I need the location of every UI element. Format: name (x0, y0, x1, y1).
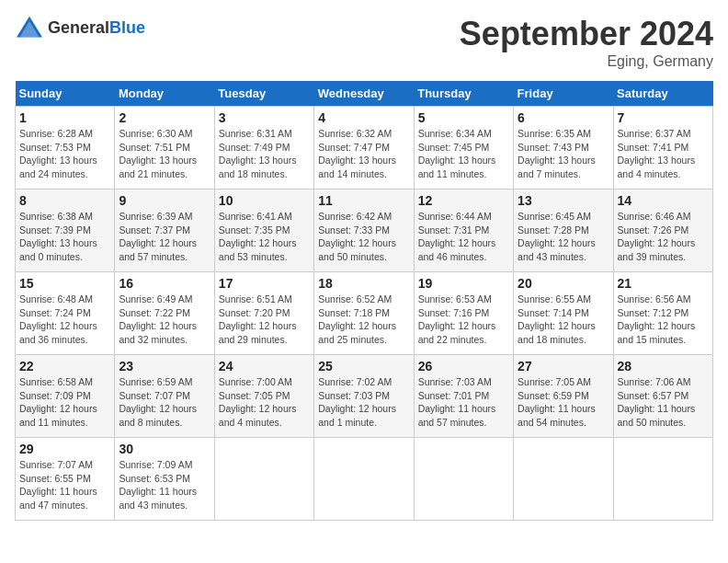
week-row-1: 1Sunrise: 6:28 AM Sunset: 7:53 PM Daylig… (16, 107, 713, 190)
day-number: 2 (119, 110, 210, 125)
empty-cell (314, 438, 414, 521)
day-number: 30 (119, 442, 210, 456)
day-number: 6 (518, 110, 609, 125)
day-cell-4: 4Sunrise: 6:32 AM Sunset: 7:47 PM Daylig… (314, 107, 414, 190)
day-cell-3: 3Sunrise: 6:31 AM Sunset: 7:49 PM Daylig… (214, 107, 313, 190)
day-cell-9: 9Sunrise: 6:39 AM Sunset: 7:37 PM Daylig… (115, 190, 214, 272)
col-header-monday: Monday (115, 81, 214, 107)
day-detail: Sunrise: 6:37 AM Sunset: 7:41 PM Dayligh… (618, 127, 709, 181)
day-number: 12 (418, 193, 509, 208)
day-cell-6: 6Sunrise: 6:35 AM Sunset: 7:43 PM Daylig… (514, 107, 613, 190)
day-detail: Sunrise: 6:32 AM Sunset: 7:47 PM Dayligh… (318, 127, 409, 181)
day-detail: Sunrise: 7:09 AM Sunset: 6:53 PM Dayligh… (119, 458, 210, 512)
day-cell-20: 20Sunrise: 6:55 AM Sunset: 7:14 PM Dayli… (514, 272, 613, 355)
col-header-wednesday: Wednesday (314, 81, 414, 107)
empty-cell (214, 438, 313, 521)
day-cell-28: 28Sunrise: 7:06 AM Sunset: 6:57 PM Dayli… (613, 355, 712, 438)
week-row-4: 22Sunrise: 6:58 AM Sunset: 7:09 PM Dayli… (16, 355, 713, 438)
day-number: 19 (418, 276, 509, 291)
day-detail: Sunrise: 6:51 AM Sunset: 7:20 PM Dayligh… (219, 293, 310, 347)
day-detail: Sunrise: 6:58 AM Sunset: 7:09 PM Dayligh… (19, 375, 110, 430)
logo-blue-text: Blue (109, 18, 145, 37)
day-number: 1 (19, 110, 110, 125)
day-detail: Sunrise: 6:41 AM Sunset: 7:35 PM Dayligh… (219, 210, 310, 264)
day-cell-16: 16Sunrise: 6:49 AM Sunset: 7:22 PM Dayli… (115, 272, 214, 355)
day-detail: Sunrise: 6:46 AM Sunset: 7:26 PM Dayligh… (618, 210, 709, 264)
day-cell-14: 14Sunrise: 6:46 AM Sunset: 7:26 PM Dayli… (613, 190, 712, 272)
empty-cell (613, 438, 712, 521)
day-detail: Sunrise: 7:03 AM Sunset: 7:01 PM Dayligh… (418, 375, 509, 430)
day-cell-23: 23Sunrise: 6:59 AM Sunset: 7:07 PM Dayli… (115, 355, 214, 438)
day-number: 28 (618, 359, 709, 373)
day-detail: Sunrise: 7:07 AM Sunset: 6:55 PM Dayligh… (19, 458, 110, 512)
day-number: 8 (19, 193, 110, 208)
logo: GeneralBlue (15, 15, 145, 40)
day-detail: Sunrise: 7:05 AM Sunset: 6:59 PM Dayligh… (518, 375, 609, 430)
col-header-thursday: Thursday (414, 81, 513, 107)
day-number: 11 (318, 193, 409, 208)
day-number: 29 (19, 442, 110, 456)
day-number: 10 (219, 193, 310, 208)
day-number: 21 (618, 276, 709, 291)
day-detail: Sunrise: 6:28 AM Sunset: 7:53 PM Dayligh… (19, 127, 110, 181)
day-detail: Sunrise: 6:35 AM Sunset: 7:43 PM Dayligh… (518, 127, 609, 181)
day-detail: Sunrise: 6:38 AM Sunset: 7:39 PM Dayligh… (19, 210, 110, 264)
day-detail: Sunrise: 6:45 AM Sunset: 7:28 PM Dayligh… (518, 210, 609, 264)
day-detail: Sunrise: 6:53 AM Sunset: 7:16 PM Dayligh… (418, 293, 509, 347)
day-number: 22 (19, 359, 110, 373)
day-number: 23 (119, 359, 210, 373)
day-cell-21: 21Sunrise: 6:56 AM Sunset: 7:12 PM Dayli… (613, 272, 712, 355)
day-number: 24 (219, 359, 310, 373)
day-detail: Sunrise: 6:42 AM Sunset: 7:33 PM Dayligh… (318, 210, 409, 264)
day-cell-25: 25Sunrise: 7:02 AM Sunset: 7:03 PM Dayli… (314, 355, 414, 438)
day-cell-26: 26Sunrise: 7:03 AM Sunset: 7:01 PM Dayli… (414, 355, 513, 438)
day-number: 9 (119, 193, 210, 208)
day-detail: Sunrise: 6:30 AM Sunset: 7:51 PM Dayligh… (119, 127, 210, 181)
empty-cell (514, 438, 613, 521)
col-header-sunday: Sunday (16, 81, 115, 107)
day-detail: Sunrise: 6:31 AM Sunset: 7:49 PM Dayligh… (219, 127, 310, 181)
day-detail: Sunrise: 6:49 AM Sunset: 7:22 PM Dayligh… (119, 293, 210, 347)
day-number: 17 (219, 276, 310, 291)
day-number: 13 (518, 193, 609, 208)
day-detail: Sunrise: 6:39 AM Sunset: 7:37 PM Dayligh… (119, 210, 210, 264)
logo-general-text: General (48, 18, 109, 37)
day-cell-2: 2Sunrise: 6:30 AM Sunset: 7:51 PM Daylig… (115, 107, 214, 190)
day-number: 15 (19, 276, 110, 291)
col-header-friday: Friday (514, 81, 613, 107)
title-block: September 2024 Eging, Germany (460, 15, 713, 70)
day-number: 14 (618, 193, 709, 208)
day-number: 5 (418, 110, 509, 125)
day-cell-15: 15Sunrise: 6:48 AM Sunset: 7:24 PM Dayli… (16, 272, 115, 355)
day-cell-27: 27Sunrise: 7:05 AM Sunset: 6:59 PM Dayli… (514, 355, 613, 438)
day-cell-22: 22Sunrise: 6:58 AM Sunset: 7:09 PM Dayli… (16, 355, 115, 438)
day-detail: Sunrise: 6:48 AM Sunset: 7:24 PM Dayligh… (19, 293, 110, 347)
empty-cell (414, 438, 513, 521)
day-cell-19: 19Sunrise: 6:53 AM Sunset: 7:16 PM Dayli… (414, 272, 513, 355)
day-cell-11: 11Sunrise: 6:42 AM Sunset: 7:33 PM Dayli… (314, 190, 414, 272)
day-number: 4 (318, 110, 409, 125)
day-cell-30: 30Sunrise: 7:09 AM Sunset: 6:53 PM Dayli… (115, 438, 214, 521)
day-detail: Sunrise: 7:06 AM Sunset: 6:57 PM Dayligh… (618, 375, 709, 430)
calendar-table: SundayMondayTuesdayWednesdayThursdayFrid… (15, 81, 713, 521)
week-row-2: 8Sunrise: 6:38 AM Sunset: 7:39 PM Daylig… (16, 190, 713, 272)
day-cell-12: 12Sunrise: 6:44 AM Sunset: 7:31 PM Dayli… (414, 190, 513, 272)
day-number: 16 (119, 276, 210, 291)
week-row-3: 15Sunrise: 6:48 AM Sunset: 7:24 PM Dayli… (16, 272, 713, 355)
day-number: 25 (318, 359, 409, 373)
day-detail: Sunrise: 6:44 AM Sunset: 7:31 PM Dayligh… (418, 210, 509, 264)
logo-icon (15, 15, 44, 40)
day-detail: Sunrise: 6:59 AM Sunset: 7:07 PM Dayligh… (119, 375, 210, 430)
day-number: 20 (518, 276, 609, 291)
day-detail: Sunrise: 7:00 AM Sunset: 7:05 PM Dayligh… (219, 375, 310, 430)
day-cell-10: 10Sunrise: 6:41 AM Sunset: 7:35 PM Dayli… (214, 190, 313, 272)
day-cell-17: 17Sunrise: 6:51 AM Sunset: 7:20 PM Dayli… (214, 272, 313, 355)
day-number: 3 (219, 110, 310, 125)
col-header-saturday: Saturday (613, 81, 712, 107)
column-header-row: SundayMondayTuesdayWednesdayThursdayFrid… (16, 81, 713, 107)
week-row-5: 29Sunrise: 7:07 AM Sunset: 6:55 PM Dayli… (16, 438, 713, 521)
page-header: GeneralBlue September 2024 Eging, German… (15, 15, 713, 70)
day-cell-5: 5Sunrise: 6:34 AM Sunset: 7:45 PM Daylig… (414, 107, 513, 190)
location: Eging, Germany (460, 53, 713, 70)
day-cell-18: 18Sunrise: 6:52 AM Sunset: 7:18 PM Dayli… (314, 272, 414, 355)
